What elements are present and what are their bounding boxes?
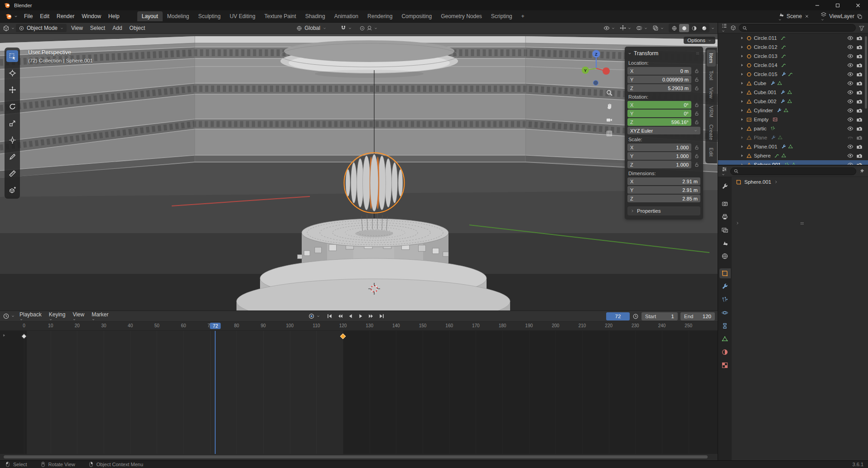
3d-viewport[interactable]: User Perspective (72) Collection | Spher… bbox=[0, 34, 718, 310]
workspace-tab-scripting[interactable]: Scripting bbox=[487, 11, 517, 21]
viewport-menu-object[interactable]: Object bbox=[126, 24, 149, 33]
disable-in-renders-button[interactable] bbox=[856, 89, 863, 96]
location-x-field[interactable]: X0 m bbox=[627, 67, 691, 75]
scale-y-field[interactable]: Y1.000 bbox=[627, 152, 691, 160]
next-keyframe-button[interactable] bbox=[366, 312, 376, 320]
disable-in-renders-button[interactable] bbox=[856, 44, 863, 50]
tool-scale[interactable] bbox=[6, 117, 18, 129]
outliner-item-sphere-001[interactable]: Sphere.001 bbox=[718, 160, 868, 165]
timeline-ruler[interactable]: 0102030405060708090100110120130140150160… bbox=[0, 322, 718, 331]
outliner-item-sphere[interactable]: Sphere bbox=[718, 151, 868, 160]
properties-tab-scene[interactable] bbox=[719, 238, 731, 248]
properties-tab-particles[interactable] bbox=[719, 295, 731, 305]
overlays-dropdown[interactable] bbox=[636, 25, 648, 31]
properties-panel-collapsed[interactable]: Properties bbox=[627, 206, 700, 215]
properties-tab-object[interactable] bbox=[719, 268, 731, 278]
outliner-item-circle-012[interactable]: Circle.012 bbox=[718, 43, 868, 52]
preview-range-clock-icon[interactable] bbox=[632, 313, 639, 320]
outliner-item-circle-014[interactable]: Circle.014 bbox=[718, 61, 868, 70]
gizmos-dropdown[interactable] bbox=[620, 25, 632, 31]
lock-icon-button[interactable] bbox=[693, 77, 700, 82]
outliner-item-circle-013[interactable]: Circle.013 bbox=[718, 52, 868, 61]
location-y-field[interactable]: Y0.009909 m bbox=[627, 76, 691, 83]
hide-in-viewport-button[interactable] bbox=[847, 162, 854, 165]
tool-transform[interactable] bbox=[6, 134, 18, 146]
transform-panel-header[interactable]: Transform bbox=[627, 49, 700, 58]
disable-in-renders-button[interactable] bbox=[856, 125, 863, 132]
workspace-tab-layout[interactable]: Layout bbox=[137, 11, 163, 21]
properties-tab-material[interactable] bbox=[719, 347, 731, 357]
rotation-y-field[interactable]: Y0° bbox=[627, 110, 691, 117]
viewport-menu-select[interactable]: Select bbox=[87, 24, 109, 33]
hide-in-viewport-button[interactable] bbox=[847, 53, 854, 59]
outliner-item-plane-001[interactable]: Plane.001 bbox=[718, 142, 868, 151]
timeline-menu-view[interactable]: View bbox=[69, 310, 88, 323]
location-z-field[interactable]: Z5.2903 m bbox=[627, 84, 691, 92]
playhead[interactable] bbox=[215, 331, 216, 454]
properties-tab-view-layer[interactable] bbox=[719, 225, 731, 235]
collapsed-properties-panel[interactable] bbox=[732, 219, 868, 228]
disable-in-renders-button[interactable] bbox=[856, 53, 863, 59]
disable-in-renders-button[interactable] bbox=[856, 143, 863, 150]
current-frame-field[interactable]: 72 bbox=[606, 312, 630, 320]
sphere-object[interactable] bbox=[344, 153, 405, 213]
viewport-menu-add[interactable]: Add bbox=[109, 24, 125, 33]
workspace-tab-compositing[interactable]: Compositing bbox=[397, 11, 436, 21]
workspace-tab-texture-paint[interactable]: Texture Paint bbox=[260, 11, 301, 21]
outliner-item-empty[interactable]: Empty bbox=[718, 115, 868, 124]
properties-tab-object-data[interactable] bbox=[719, 334, 731, 344]
shading-options-dropdown[interactable] bbox=[711, 26, 715, 30]
hide-in-viewport-button[interactable] bbox=[847, 116, 854, 123]
tool-rotate[interactable] bbox=[6, 100, 18, 112]
visibility-dropdown[interactable] bbox=[603, 25, 615, 31]
workspace-tab-modeling[interactable]: Modeling bbox=[163, 11, 194, 21]
workspace-tab-rendering[interactable]: Rendering bbox=[363, 11, 397, 21]
lock-icon-button[interactable] bbox=[693, 86, 700, 91]
properties-tab-output[interactable] bbox=[719, 212, 731, 222]
hide-in-viewport-button[interactable] bbox=[847, 62, 854, 68]
properties-tab-tool[interactable] bbox=[719, 181, 731, 191]
outliner-item-plane[interactable]: Plane bbox=[718, 133, 868, 142]
outliner-item-cylinder[interactable]: Cylinder bbox=[718, 106, 868, 115]
hide-in-viewport-button[interactable] bbox=[847, 44, 854, 50]
toggle-ortho-button[interactable] bbox=[604, 128, 615, 139]
navigation-gizmo[interactable]: Z Y bbox=[581, 48, 612, 92]
proportional-edit-controls[interactable] bbox=[359, 25, 378, 31]
timeline-menu-marker[interactable]: Marker bbox=[88, 310, 112, 323]
workspace-tab-animation[interactable]: Animation bbox=[330, 11, 363, 21]
properties-tab-modifiers[interactable] bbox=[719, 282, 731, 291]
hide-in-viewport-button[interactable] bbox=[847, 143, 854, 150]
xray-dropdown[interactable] bbox=[652, 25, 664, 31]
frame-start-field[interactable]: Start1 bbox=[641, 312, 678, 320]
sidebar-tab-view[interactable]: View bbox=[707, 84, 716, 102]
timeline-editor-type-button[interactable] bbox=[3, 313, 15, 320]
outliner-filter-icon[interactable] bbox=[858, 25, 865, 31]
timeline-dopesheet[interactable] bbox=[0, 331, 718, 454]
disable-in-renders-button[interactable] bbox=[856, 134, 863, 141]
sidebar-tab-item[interactable]: Item bbox=[707, 50, 716, 67]
properties-tab-physics[interactable] bbox=[719, 308, 731, 318]
pan-hand-button[interactable] bbox=[604, 101, 615, 112]
hide-in-viewport-button[interactable] bbox=[847, 107, 854, 114]
hide-in-viewport-button[interactable] bbox=[847, 153, 854, 159]
viewport-menu-view[interactable]: View bbox=[68, 24, 87, 33]
dimensions-x-field[interactable]: X2.91 m bbox=[627, 177, 700, 185]
hide-in-viewport-button[interactable] bbox=[847, 134, 854, 141]
workspace-tab-shading[interactable]: Shading bbox=[301, 11, 330, 21]
lock-icon-button[interactable] bbox=[693, 145, 700, 150]
add-workspace-button[interactable]: + bbox=[517, 11, 529, 21]
disable-in-renders-button[interactable] bbox=[856, 162, 863, 165]
scene-selector[interactable]: Scene bbox=[786, 13, 802, 19]
hide-in-viewport-button[interactable] bbox=[847, 71, 854, 77]
disable-in-renders-button[interactable] bbox=[856, 71, 863, 77]
properties-tab-render[interactable] bbox=[719, 199, 731, 209]
hide-in-viewport-button[interactable] bbox=[847, 98, 854, 105]
disable-in-renders-button[interactable] bbox=[856, 62, 863, 68]
new-view-layer-icon[interactable] bbox=[857, 14, 863, 19]
hide-in-viewport-button[interactable] bbox=[847, 80, 854, 86]
menu-file[interactable]: File bbox=[20, 12, 36, 21]
previous-keyframe-button[interactable] bbox=[335, 312, 345, 320]
lock-icon-button[interactable] bbox=[693, 111, 700, 116]
outliner-scrollbar[interactable] bbox=[865, 36, 867, 109]
play-reverse-button[interactable] bbox=[346, 312, 355, 320]
